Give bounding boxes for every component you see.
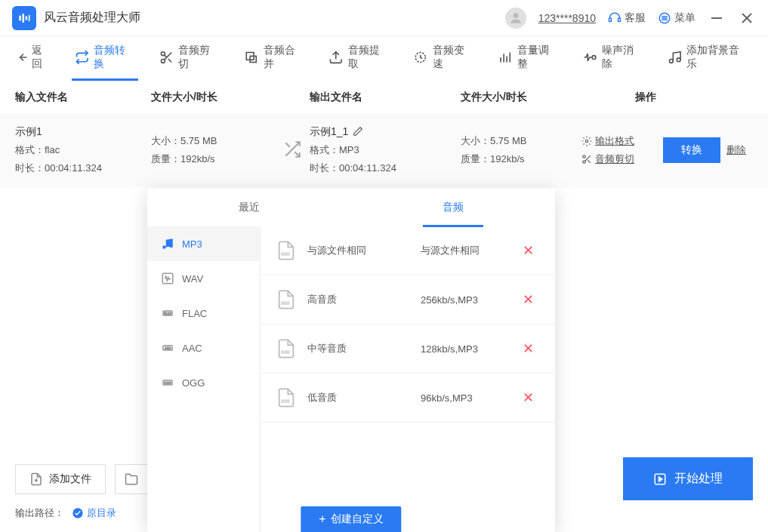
quality-name: 中等音质 <box>307 342 421 355</box>
svg-line-33 <box>285 143 289 146</box>
quality-delete-icon[interactable]: ✕ <box>517 340 540 357</box>
tab-label: 音频合并 <box>264 44 305 71</box>
file-icon <box>276 240 297 261</box>
svg-point-16 <box>161 59 165 63</box>
audio-cut-link[interactable]: 音频剪切 <box>581 152 657 166</box>
svg-line-19 <box>165 55 167 57</box>
svg-rect-5 <box>609 18 612 22</box>
svg-point-28 <box>592 56 596 60</box>
output-filename: 示例1_1 <box>310 125 348 139</box>
tab-label: 音量调整 <box>517 44 559 71</box>
svg-rect-1 <box>23 14 25 23</box>
tab-label: 噪声消除 <box>602 44 643 71</box>
output-path-label: 输出路径： <box>15 506 64 520</box>
add-file-label: 添加文件 <box>49 472 91 486</box>
tab-label: 添加背景音乐 <box>686 44 748 71</box>
svg-point-29 <box>669 59 673 63</box>
format-item-wav[interactable]: WAV <box>147 261 260 296</box>
edit-output-name-icon[interactable] <box>353 126 363 139</box>
quality-name: 低音质 <box>307 391 421 404</box>
output-format: 格式：MP3 <box>310 143 461 157</box>
quality-delete-icon[interactable]: ✕ <box>517 291 540 308</box>
svg-text:OGG: OGG <box>165 382 171 385</box>
output-duration: 时长：00:04:11.324 <box>310 161 461 175</box>
svg-rect-54 <box>281 301 290 305</box>
svg-point-45 <box>169 244 173 248</box>
svg-line-18 <box>168 59 171 62</box>
quality-spec: 与源文件相同 <box>421 244 517 257</box>
tab-label: 音频剪切 <box>178 44 220 71</box>
add-file-button[interactable]: 添加文件 <box>15 464 106 494</box>
svg-rect-0 <box>19 15 21 20</box>
shuffle-icon <box>282 140 302 161</box>
th-input-name: 输入文件名 <box>15 91 151 104</box>
quality-name: 高音质 <box>307 293 421 306</box>
output-format-link[interactable]: 输出格式 <box>581 134 657 148</box>
tab-audio-cut[interactable]: 音频剪切 <box>149 35 230 80</box>
avatar[interactable] <box>505 8 526 29</box>
svg-point-30 <box>677 58 680 62</box>
user-id-link[interactable]: 123****8910 <box>538 12 596 24</box>
svg-rect-2 <box>26 16 28 20</box>
svg-rect-55 <box>281 350 290 354</box>
quality-item[interactable]: 中等音质 128kb/s,MP3 ✕ <box>261 324 555 374</box>
tab-label: 音频变速 <box>433 44 474 71</box>
create-custom-button[interactable]: + 创建自定义 <box>301 506 401 532</box>
input-duration: 时长：00:04:11.324 <box>15 161 151 175</box>
tab-noise-remove[interactable]: 噪声消除 <box>572 35 653 80</box>
convert-button[interactable]: 转换 <box>663 137 720 163</box>
th-ops: 操作 <box>581 91 710 104</box>
format-item-flac[interactable]: FLAC FLAC <box>147 296 260 331</box>
input-size: 大小：5.75 MB <box>151 134 278 148</box>
customer-service-button[interactable]: 客服 <box>608 11 646 25</box>
th-output-size: 文件大小/时长 <box>461 91 581 104</box>
output-quality: 质量：192kb/s <box>461 152 581 166</box>
back-button[interactable]: 返回 <box>9 44 58 71</box>
popup-tab-recent[interactable]: 最近 <box>196 189 302 226</box>
file-icon <box>276 387 297 408</box>
minimize-button[interactable] <box>708 9 726 27</box>
th-output-name: 输出文件名 <box>310 91 461 104</box>
tab-label: 音频提取 <box>348 44 390 71</box>
svg-rect-56 <box>281 399 290 403</box>
add-folder-button[interactable] <box>115 464 148 494</box>
th-input-size: 文件大小/时长 <box>151 91 310 104</box>
menu-label: 菜单 <box>674 11 696 25</box>
tab-audio-convert[interactable]: 音频转换 <box>64 35 146 80</box>
original-dir-option[interactable]: 原目录 <box>72 506 116 520</box>
svg-rect-53 <box>281 252 290 256</box>
quality-spec: 128kb/s,MP3 <box>421 343 517 355</box>
output-size: 大小：5.75 MB <box>461 134 581 148</box>
format-item-ogg[interactable]: OGG OGG <box>147 365 260 400</box>
tab-audio-extract[interactable]: 音频提取 <box>318 35 399 80</box>
format-item-mp3[interactable]: MP3 <box>147 226 260 261</box>
tab-audio-speed[interactable]: 音频变速 <box>403 35 484 80</box>
format-item-aac[interactable]: AAC AAC <box>147 331 260 365</box>
svg-marker-43 <box>659 477 663 481</box>
quality-delete-icon[interactable]: ✕ <box>517 242 540 259</box>
quality-delete-icon[interactable]: ✕ <box>517 389 540 406</box>
start-process-button[interactable]: 开始处理 <box>623 457 753 500</box>
quality-item[interactable]: 低音质 96kb/s,MP3 ✕ <box>261 374 555 423</box>
input-format: 格式：flac <box>15 143 151 157</box>
customer-service-label: 客服 <box>625 11 646 25</box>
svg-text:AAC: AAC <box>165 347 171 350</box>
delete-link[interactable]: 删除 <box>726 143 746 157</box>
quality-spec: 256kb/s,MP3 <box>421 294 517 306</box>
svg-rect-6 <box>618 18 621 22</box>
tab-add-bgm[interactable]: 添加背景音乐 <box>657 35 759 80</box>
menu-button[interactable]: 菜单 <box>658 11 696 25</box>
quality-item[interactable]: 高音质 256kb/s,MP3 ✕ <box>261 275 555 324</box>
tab-volume-adjust[interactable]: 音量调整 <box>487 35 569 80</box>
app-logo <box>12 6 36 30</box>
file-icon <box>276 338 297 359</box>
tab-audio-merge[interactable]: 音频合并 <box>233 35 315 80</box>
quality-item[interactable]: 与源文件相同 与源文件相同 ✕ <box>261 226 555 275</box>
svg-point-35 <box>583 155 586 158</box>
input-filename: 示例1 <box>15 125 151 139</box>
quality-spec: 96kb/s,MP3 <box>421 392 517 404</box>
close-button[interactable] <box>738 9 756 27</box>
svg-rect-3 <box>29 14 30 20</box>
format-popup: 最近 音频 MP3 WAV FLAC FLAC AAC AAC OGG OGG <box>147 189 555 532</box>
popup-tab-audio[interactable]: 音频 <box>400 189 506 226</box>
